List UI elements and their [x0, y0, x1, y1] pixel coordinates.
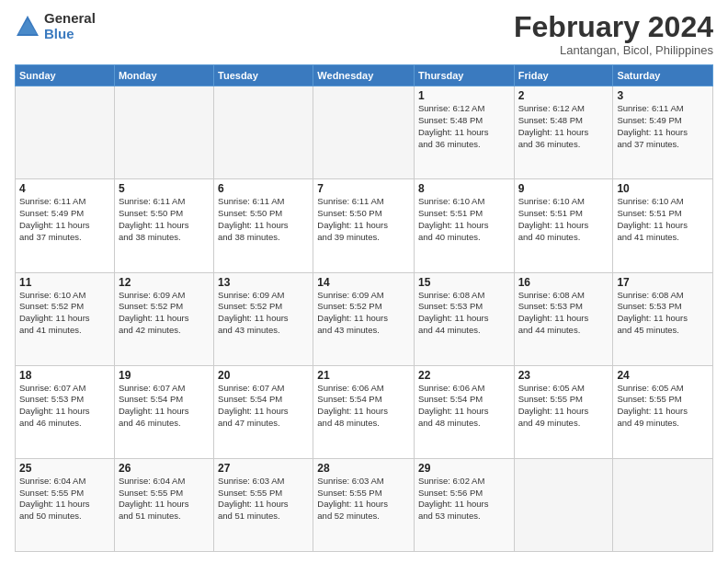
calendar-cell: 29Sunrise: 6:02 AM Sunset: 5:56 PM Dayli… [414, 458, 514, 551]
day-number: 15 [418, 276, 510, 289]
logo-text: General Blue [44, 11, 96, 41]
calendar-cell: 13Sunrise: 6:09 AM Sunset: 5:52 PM Dayli… [214, 272, 313, 365]
day-info: Sunrise: 6:11 AM Sunset: 5:50 PM Dayligh… [317, 196, 410, 243]
calendar-cell: 16Sunrise: 6:08 AM Sunset: 5:53 PM Dayli… [514, 272, 613, 365]
logo-general-text: General [44, 11, 96, 27]
day-info: Sunrise: 6:06 AM Sunset: 5:54 PM Dayligh… [317, 383, 410, 430]
day-info: Sunrise: 6:04 AM Sunset: 5:55 PM Dayligh… [19, 476, 110, 523]
calendar-cell: 12Sunrise: 6:09 AM Sunset: 5:52 PM Dayli… [114, 272, 213, 365]
calendar-cell: 15Sunrise: 6:08 AM Sunset: 5:53 PM Dayli… [414, 272, 514, 365]
day-info: Sunrise: 6:09 AM Sunset: 5:52 PM Dayligh… [119, 290, 210, 337]
day-info: Sunrise: 6:05 AM Sunset: 5:55 PM Dayligh… [518, 383, 609, 430]
day-number: 10 [617, 182, 709, 195]
day-info: Sunrise: 6:11 AM Sunset: 5:49 PM Dayligh… [617, 103, 709, 150]
day-info: Sunrise: 6:08 AM Sunset: 5:53 PM Dayligh… [418, 290, 510, 337]
day-info: Sunrise: 6:12 AM Sunset: 5:48 PM Dayligh… [518, 103, 609, 150]
day-info: Sunrise: 6:08 AM Sunset: 5:53 PM Dayligh… [518, 290, 609, 337]
day-info: Sunrise: 6:10 AM Sunset: 5:52 PM Dayligh… [19, 290, 110, 337]
calendar-cell: 1Sunrise: 6:12 AM Sunset: 5:48 PM Daylig… [414, 86, 514, 179]
day-number: 14 [317, 276, 410, 289]
day-info: Sunrise: 6:09 AM Sunset: 5:52 PM Dayligh… [218, 290, 309, 337]
day-number: 28 [317, 462, 410, 475]
day-number: 11 [19, 276, 110, 289]
day-number: 20 [218, 369, 309, 382]
day-info: Sunrise: 6:12 AM Sunset: 5:48 PM Dayligh… [418, 103, 510, 150]
title-area: February 2024 Lantangan, Bicol, Philippi… [514, 11, 713, 57]
day-info: Sunrise: 6:11 AM Sunset: 5:49 PM Dayligh… [19, 196, 110, 243]
calendar-week-row: 1Sunrise: 6:12 AM Sunset: 5:48 PM Daylig… [16, 86, 713, 179]
calendar-cell: 18Sunrise: 6:07 AM Sunset: 5:53 PM Dayli… [16, 365, 115, 458]
day-number: 5 [119, 182, 210, 195]
weekday-header: Saturday [613, 65, 713, 86]
calendar-header: SundayMondayTuesdayWednesdayThursdayFrid… [16, 65, 713, 86]
day-info: Sunrise: 6:09 AM Sunset: 5:52 PM Dayligh… [317, 290, 410, 337]
day-info: Sunrise: 6:06 AM Sunset: 5:54 PM Dayligh… [418, 383, 510, 430]
day-number: 26 [119, 462, 210, 475]
day-number: 17 [617, 276, 709, 289]
day-info: Sunrise: 6:07 AM Sunset: 5:53 PM Dayligh… [19, 383, 110, 430]
calendar-cell: 8Sunrise: 6:10 AM Sunset: 5:51 PM Daylig… [414, 179, 514, 272]
day-info: Sunrise: 6:11 AM Sunset: 5:50 PM Dayligh… [218, 196, 309, 243]
calendar-cell: 10Sunrise: 6:10 AM Sunset: 5:51 PM Dayli… [613, 179, 713, 272]
calendar-cell: 20Sunrise: 6:07 AM Sunset: 5:54 PM Dayli… [214, 365, 313, 458]
day-info: Sunrise: 6:07 AM Sunset: 5:54 PM Dayligh… [218, 383, 309, 430]
day-number: 23 [518, 369, 609, 382]
calendar-cell: 6Sunrise: 6:11 AM Sunset: 5:50 PM Daylig… [214, 179, 313, 272]
day-info: Sunrise: 6:03 AM Sunset: 5:55 PM Dayligh… [218, 476, 309, 523]
calendar-cell [613, 458, 713, 551]
calendar-cell: 3Sunrise: 6:11 AM Sunset: 5:49 PM Daylig… [613, 86, 713, 179]
location: Lantangan, Bicol, Philippines [514, 43, 713, 57]
calendar-cell: 17Sunrise: 6:08 AM Sunset: 5:53 PM Dayli… [613, 272, 713, 365]
calendar-cell: 27Sunrise: 6:03 AM Sunset: 5:55 PM Dayli… [214, 458, 313, 551]
calendar-cell [214, 86, 313, 179]
calendar-cell: 5Sunrise: 6:11 AM Sunset: 5:50 PM Daylig… [114, 179, 213, 272]
day-number: 9 [518, 182, 609, 195]
day-info: Sunrise: 6:07 AM Sunset: 5:54 PM Dayligh… [119, 383, 210, 430]
day-number: 12 [119, 276, 210, 289]
day-info: Sunrise: 6:10 AM Sunset: 5:51 PM Dayligh… [518, 196, 609, 243]
day-info: Sunrise: 6:10 AM Sunset: 5:51 PM Dayligh… [418, 196, 510, 243]
weekday-row: SundayMondayTuesdayWednesdayThursdayFrid… [16, 65, 713, 86]
calendar-week-row: 25Sunrise: 6:04 AM Sunset: 5:55 PM Dayli… [16, 458, 713, 551]
page: General Blue February 2024 Lantangan, Bi… [0, 0, 728, 563]
calendar-cell [114, 86, 213, 179]
day-number: 3 [617, 89, 709, 102]
weekday-header: Thursday [414, 65, 514, 86]
logo-icon [15, 14, 40, 40]
calendar-cell: 7Sunrise: 6:11 AM Sunset: 5:50 PM Daylig… [313, 179, 415, 272]
calendar-cell: 14Sunrise: 6:09 AM Sunset: 5:52 PM Dayli… [313, 272, 415, 365]
calendar-cell: 4Sunrise: 6:11 AM Sunset: 5:49 PM Daylig… [16, 179, 115, 272]
weekday-header: Tuesday [214, 65, 313, 86]
day-number: 29 [418, 462, 510, 475]
weekday-header: Monday [114, 65, 213, 86]
day-info: Sunrise: 6:11 AM Sunset: 5:50 PM Dayligh… [119, 196, 210, 243]
weekday-header: Wednesday [313, 65, 415, 86]
calendar-table: SundayMondayTuesdayWednesdayThursdayFrid… [15, 64, 713, 552]
day-info: Sunrise: 6:08 AM Sunset: 5:53 PM Dayligh… [617, 290, 709, 337]
logo: General Blue [15, 11, 96, 41]
day-info: Sunrise: 6:03 AM Sunset: 5:55 PM Dayligh… [317, 476, 410, 523]
weekday-header: Sunday [16, 65, 115, 86]
header: General Blue February 2024 Lantangan, Bi… [15, 11, 713, 57]
day-number: 21 [317, 369, 410, 382]
day-number: 22 [418, 369, 510, 382]
day-number: 25 [19, 462, 110, 475]
day-number: 4 [19, 182, 110, 195]
day-number: 6 [218, 182, 309, 195]
calendar-cell: 19Sunrise: 6:07 AM Sunset: 5:54 PM Dayli… [114, 365, 213, 458]
month-title: February 2024 [514, 11, 713, 43]
logo-blue-text: Blue [44, 27, 96, 42]
day-number: 19 [119, 369, 210, 382]
calendar-cell: 11Sunrise: 6:10 AM Sunset: 5:52 PM Dayli… [16, 272, 115, 365]
day-number: 1 [418, 89, 510, 102]
day-info: Sunrise: 6:04 AM Sunset: 5:55 PM Dayligh… [119, 476, 210, 523]
calendar-cell [16, 86, 115, 179]
calendar-cell: 9Sunrise: 6:10 AM Sunset: 5:51 PM Daylig… [514, 179, 613, 272]
calendar-body: 1Sunrise: 6:12 AM Sunset: 5:48 PM Daylig… [16, 86, 713, 552]
calendar-week-row: 18Sunrise: 6:07 AM Sunset: 5:53 PM Dayli… [16, 365, 713, 458]
calendar-cell [313, 86, 415, 179]
day-info: Sunrise: 6:02 AM Sunset: 5:56 PM Dayligh… [418, 476, 510, 523]
day-number: 13 [218, 276, 309, 289]
day-number: 16 [518, 276, 609, 289]
calendar-cell: 25Sunrise: 6:04 AM Sunset: 5:55 PM Dayli… [16, 458, 115, 551]
